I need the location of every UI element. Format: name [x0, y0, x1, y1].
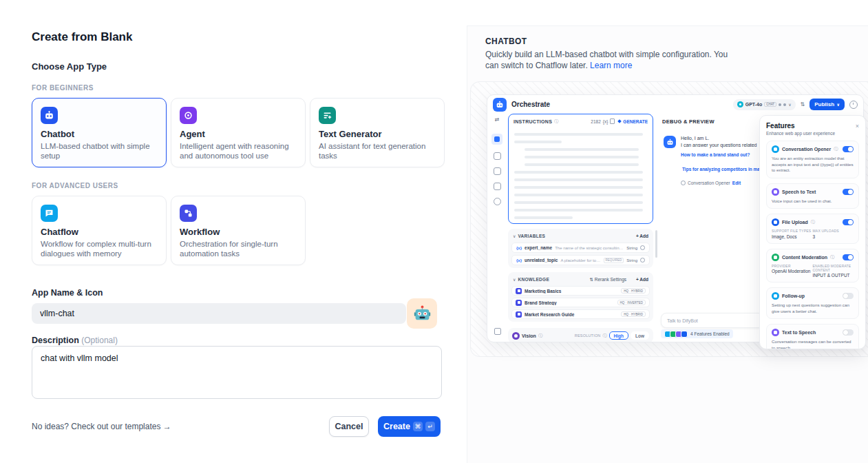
tune-icon: ⇅ — [801, 101, 805, 107]
app-type-card-agent[interactable]: Agent Intelligent agent with reasoning a… — [171, 98, 306, 167]
learn-more-link[interactable]: Learn more — [590, 61, 632, 70]
chatflow-icon — [41, 205, 58, 222]
feature-name: Content Moderation — [782, 255, 827, 260]
card-title: Agent — [180, 129, 297, 139]
stat-value: Image, Docs — [772, 234, 813, 239]
file-upload-icon — [772, 218, 779, 226]
publish-button: Publish ∨ — [809, 99, 845, 110]
app-name-label: App Name & Icon — [32, 288, 103, 298]
app-type-card-chatflow[interactable]: Chatflow Workflow for complex multi-turn… — [32, 196, 167, 265]
feature-item-file-upload: File Upload ⓘ SUPPORT FILE TYPES Image, … — [766, 214, 859, 244]
stat-label: PROVIDER — [772, 264, 813, 268]
app-name-input[interactable] — [32, 303, 406, 324]
chevron-down-icon: ∨ — [788, 103, 791, 107]
feature-name: Conversation Opener — [782, 147, 831, 152]
variable-type: String — [626, 258, 637, 263]
resolution-low-option: Low — [631, 331, 649, 340]
info-icon: ⓘ — [538, 333, 542, 339]
knowledge-row: Market Research Guide HQ · HYBRID — [511, 309, 650, 319]
variable-settings-icon — [640, 258, 645, 263]
generate-button: GENERATE — [623, 119, 648, 124]
chatbot-icon — [41, 107, 58, 124]
card-description: Workflow for complex multi-turn dialogue… — [41, 239, 158, 258]
chat-input-bar: Talk to DifyBot — [661, 313, 764, 328]
knowledge-row: Brand Strategy HQ · INVERTED — [511, 298, 650, 307]
feature-name: Follow-up — [782, 294, 805, 298]
description-textarea[interactable]: chat with vllm model — [32, 346, 442, 399]
rail-image-icon — [494, 152, 501, 160]
card-description: LLM-based chatbot with simple setup — [41, 141, 158, 161]
token-count: 2182 — [591, 119, 600, 124]
stat-label: SUPPORT FILE TYPES — [772, 229, 813, 233]
info-icon: ⓘ — [554, 119, 558, 125]
cancel-button[interactable]: Cancel — [329, 416, 369, 437]
features-panel: Features × Enhance web app user experien… — [759, 115, 866, 349]
variable-name: unrelated_topic — [525, 258, 558, 263]
card-title: Text Generator — [319, 129, 436, 139]
beginner-cards-row: Chatbot LLM-based chatbot with simple se… — [32, 98, 445, 167]
temperature-icon — [779, 103, 781, 106]
preview-left-rail: ⇄ — [487, 114, 507, 342]
stat-label: ENABLED MODERATE CONTENT — [813, 264, 854, 272]
info-icon: ⓘ — [830, 254, 834, 260]
dataset-badge: HQ · INVERTED — [617, 300, 646, 305]
model-name: GPT-4o — [745, 102, 763, 107]
create-form-panel: Create from Blank Choose App Type FOR BE… — [0, 0, 467, 463]
rail-logs-icon — [494, 167, 501, 175]
model-selector: GPT-4o CHAT ∨ — [733, 99, 796, 110]
cmd-key-icon: ⌘ — [413, 422, 423, 431]
dataset-badge: HQ · HYBRID — [621, 288, 646, 294]
card-description: Orchestration for single-turn automation… — [180, 239, 297, 258]
card-description: AI assistant for text generation tasks — [319, 141, 436, 161]
resolution-label: RESOLUTION — [575, 333, 601, 338]
variables-label: VARIABLES — [518, 234, 545, 238]
variables-section: ∨ VARIABLES + Add {x} expert_name The na… — [508, 229, 653, 268]
app-type-card-text-generator[interactable]: Text Generator AI assistant for text gen… — [310, 98, 445, 167]
upload-mini-icon — [681, 331, 688, 338]
speaker-icon — [772, 329, 779, 336]
dataset-icon — [516, 288, 522, 294]
preview-window-topbar: Orchestrate GPT-4o CHAT ∨ ⇅ Publish ∨ — [487, 95, 863, 114]
opener-label: Conversation Opener — [688, 181, 730, 185]
greeting-line: Hello, I am L. — [681, 136, 768, 141]
knowledge-section: ∨ KNOWLEDGE ⇅ Rerank Settings + Add Mark… — [508, 272, 653, 322]
card-title: Chatflow — [41, 227, 158, 237]
dataset-icon — [516, 311, 522, 318]
variable-row: {x} unrelated_topic A placeholder for to… — [511, 255, 650, 265]
dataset-name: Marketing Basics — [525, 289, 618, 294]
feature-description: Conversation messages can be converted t… — [772, 339, 854, 349]
app-icon-picker[interactable] — [407, 298, 437, 329]
rerank-label: Rerank Settings — [595, 277, 626, 282]
features-enabled-label: 4 Features Enabled — [690, 331, 730, 336]
model-provider-icon — [737, 101, 743, 107]
workflow-icon — [180, 205, 197, 222]
feature-name: File Upload — [782, 220, 808, 225]
microphone-icon — [772, 188, 779, 196]
suggestion-row: Tips for analyzing competitors in market — [682, 161, 768, 174]
publish-label: Publish — [814, 101, 834, 107]
create-button[interactable]: Create ⌘ ↵ — [378, 416, 441, 437]
greeting-line: I can answer your questions related — [681, 143, 768, 147]
vision-row: Vision ⓘ RESOLUTION ⓘ High Low — [508, 328, 653, 342]
variable-token-icon: {x} — [516, 246, 522, 250]
features-subtitle: Enhance web app user experience — [766, 131, 859, 136]
advanced-section-label: FOR ADVANCED USERS — [32, 182, 118, 189]
instructions-header: INSTRUCTIONS ⓘ 2182 {x} GENERATE — [509, 114, 653, 128]
templates-link[interactable]: No ideas? Check out our templates → — [32, 422, 171, 431]
feature-description: Voice input can be used in chat. — [772, 198, 854, 205]
feature-item-conversation-opener: Conversation Opener ⓘ You are an entity … — [766, 141, 859, 178]
resolution-high-option: High — [609, 331, 628, 340]
stat-value: OpenAI Moderation — [772, 269, 813, 274]
knowledge-row: Marketing Basics HQ · HYBRID — [511, 286, 650, 296]
app-type-card-workflow[interactable]: Workflow Orchestration for single-turn a… — [171, 196, 306, 265]
feature-item-text-to-speech: Text to Speech Conversation messages can… — [766, 324, 859, 349]
info-icon: ⓘ — [811, 219, 815, 225]
stat-value: INPUT & OUTPUT — [813, 273, 854, 278]
rail-docs-icon — [494, 183, 501, 190]
settings-icon — [783, 103, 786, 106]
agent-icon — [180, 107, 197, 124]
app-type-card-chatbot[interactable]: Chatbot LLM-based chatbot with simple se… — [32, 98, 167, 167]
history-icon — [849, 101, 858, 109]
create-app-modal: Create from Blank Choose App Type FOR BE… — [0, 0, 868, 463]
variable-name: expert_name — [525, 245, 552, 250]
